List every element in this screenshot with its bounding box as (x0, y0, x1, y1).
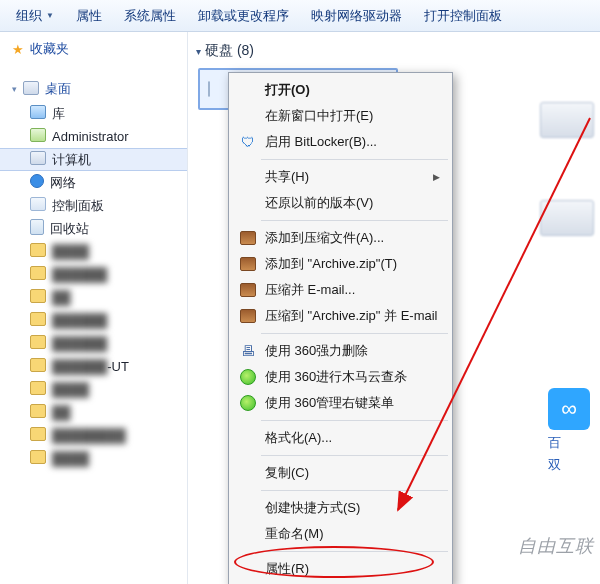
toolbar: 组织 ▼ 属性 系统属性 卸载或更改程序 映射网络驱动器 打开控制面板 (0, 0, 600, 32)
sidebar-item-folder-blurred[interactable]: ██████ (0, 332, 187, 355)
ctx-label: 还原以前的版本(V) (265, 194, 440, 212)
sidebar-desktop[interactable]: ▾ 桌面 (0, 76, 187, 102)
ctx-add-archive-zip[interactable]: 添加到 "Archive.zip"(T) (231, 251, 450, 277)
sidebar-item-label: 计算机 (52, 151, 91, 169)
section-drives-label: 硬盘 (8) (205, 42, 254, 60)
ctx-open-new-window[interactable]: 在新窗口中打开(E) (231, 103, 450, 129)
folder-icon (30, 312, 46, 329)
ctx-properties[interactable]: 属性(R) (231, 556, 450, 582)
libraries-icon (30, 105, 46, 122)
ctx-restore-previous[interactable]: 还原以前的版本(V) (231, 190, 450, 216)
toolbar-uninstall-label: 卸载或更改程序 (198, 7, 289, 25)
ctx-label: 压缩到 "Archive.zip" 并 E-mail (265, 307, 440, 325)
ctx-compress-zip-email[interactable]: 压缩到 "Archive.zip" 并 E-mail (231, 303, 450, 329)
toolbar-map-drive-label: 映射网络驱动器 (311, 7, 402, 25)
ctx-label: 创建快捷方式(S) (265, 499, 440, 517)
computer-icon (30, 151, 46, 168)
ctx-rename[interactable]: 重命名(M) (231, 521, 450, 547)
ctx-360-manage[interactable]: 使用 360管理右键菜单 (231, 390, 450, 416)
sidebar-item-folder-blurred[interactable]: ████████ (0, 424, 187, 447)
ctx-copy[interactable]: 复制(C) (231, 460, 450, 486)
separator (261, 420, 448, 421)
chevron-right-icon: ▶ (433, 172, 440, 182)
drive-icon (208, 82, 210, 96)
context-menu: 打开(O) 在新窗口中打开(E) 🛡 启用 BitLocker(B)... 共享… (228, 72, 453, 584)
sidebar-item-folder-blurred[interactable]: ██████ (0, 263, 187, 286)
ctx-label: 使用 360进行木马云查杀 (265, 368, 440, 386)
sidebar-item-folder-blurred[interactable]: ██████ (0, 309, 187, 332)
control-panel-icon (30, 197, 46, 214)
toolbar-properties[interactable]: 属性 (66, 3, 112, 29)
ctx-label: 共享(H) (265, 168, 427, 186)
sidebar-item-network[interactable]: 网络 (0, 171, 187, 194)
drive-tile[interactable] (540, 102, 594, 138)
sidebar-item-recycle-bin[interactable]: 回收站 (0, 217, 187, 240)
ctx-label: 格式化(A)... (265, 429, 440, 447)
sidebar-item-libraries[interactable]: 库 (0, 102, 187, 125)
folder-icon (30, 243, 46, 260)
ctx-label: 压缩并 E-mail... (265, 281, 440, 299)
ctx-format[interactable]: 格式化(A)... (231, 425, 450, 451)
folder-icon (30, 450, 46, 467)
ctx-create-shortcut[interactable]: 创建快捷方式(S) (231, 495, 450, 521)
sidebar-favorites-label: 收藏夹 (30, 40, 69, 58)
toolbar-open-control[interactable]: 打开控制面板 (414, 3, 512, 29)
sidebar-item-folder-blurred[interactable]: ████ (0, 240, 187, 263)
ctx-add-archive[interactable]: 添加到压缩文件(A)... (231, 225, 450, 251)
cloud-label-1: 百 (548, 434, 590, 452)
section-drives[interactable]: ▾ 硬盘 (8) (194, 38, 600, 66)
toolbar-organize-label: 组织 (16, 7, 42, 25)
sidebar-item-folder-ut[interactable]: ██████-UT (0, 355, 187, 378)
ctx-label: 使用 360管理右键菜单 (265, 394, 440, 412)
ctx-360-delete[interactable]: 🖶 使用 360强力删除 (231, 338, 450, 364)
toolbar-system-properties[interactable]: 系统属性 (114, 3, 186, 29)
desktop-icon (23, 81, 39, 98)
drive-tile[interactable] (540, 200, 594, 236)
zip-icon (237, 309, 259, 323)
ctx-label: 重命名(M) (265, 525, 440, 543)
sidebar-item-folder-blurred[interactable]: ████ (0, 378, 187, 401)
user-icon (30, 128, 46, 145)
sidebar-item-label: ██████ (52, 313, 107, 328)
sidebar-item-label: ██ (52, 290, 70, 305)
toolbar-organize[interactable]: 组织 ▼ (6, 3, 64, 29)
ctx-bitlocker[interactable]: 🛡 启用 BitLocker(B)... (231, 129, 450, 155)
ctx-label: 添加到 "Archive.zip"(T) (265, 255, 440, 273)
sidebar: ★ 收藏夹 ▾ 桌面 库 Administrator 计算机 网络 控制面板 (0, 32, 188, 584)
toolbar-uninstall[interactable]: 卸载或更改程序 (188, 3, 299, 29)
printer-icon: 🖶 (237, 343, 259, 359)
sidebar-favorites[interactable]: ★ 收藏夹 (0, 36, 187, 62)
toolbar-open-control-label: 打开控制面板 (424, 7, 502, 25)
sidebar-item-administrator[interactable]: Administrator (0, 125, 187, 148)
ctx-compress-email[interactable]: 压缩并 E-mail... (231, 277, 450, 303)
ctx-label: 在新窗口中打开(E) (265, 107, 440, 125)
ctx-label: 打开(O) (265, 81, 440, 99)
toolbar-map-drive[interactable]: 映射网络驱动器 (301, 3, 412, 29)
ctx-share[interactable]: 共享(H) ▶ (231, 164, 450, 190)
chevron-down-icon: ▾ (12, 84, 17, 94)
ctx-360-scan[interactable]: 使用 360进行木马云查杀 (231, 364, 450, 390)
cloud-app-badge[interactable]: ∞ 百 双 (548, 388, 590, 474)
sidebar-item-label: ██████ (52, 267, 107, 282)
sidebar-item-control-panel[interactable]: 控制面板 (0, 194, 187, 217)
toolbar-system-properties-label: 系统属性 (124, 7, 176, 25)
sidebar-item-folder-blurred[interactable]: ██ (0, 286, 187, 309)
sidebar-item-label: Administrator (52, 129, 129, 144)
sidebar-item-folder-blurred[interactable]: ████ (0, 447, 187, 470)
360-icon (237, 395, 259, 411)
sidebar-item-folder-blurred[interactable]: ██ (0, 401, 187, 424)
sidebar-item-label: 网络 (50, 174, 76, 192)
ctx-open[interactable]: 打开(O) (231, 77, 450, 103)
ctx-label: 复制(C) (265, 464, 440, 482)
sidebar-item-label: 控制面板 (52, 197, 104, 215)
network-icon (30, 174, 44, 191)
zip-icon (237, 283, 259, 297)
sidebar-desktop-label: 桌面 (45, 80, 71, 98)
ctx-label: 属性(R) (265, 560, 440, 578)
separator (261, 220, 448, 221)
folder-icon (30, 335, 46, 352)
ctx-label: 使用 360强力删除 (265, 342, 440, 360)
sidebar-item-computer[interactable]: 计算机 (0, 148, 187, 171)
shield-icon: 🛡 (237, 134, 259, 150)
ctx-label: 启用 BitLocker(B)... (265, 133, 440, 151)
